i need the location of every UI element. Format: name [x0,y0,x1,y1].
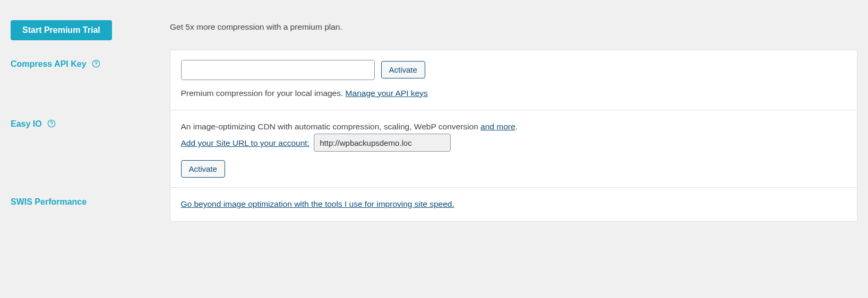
and-more-link[interactable]: and more [480,122,515,131]
swis-performance-label: SWIS Performance [11,197,87,206]
svg-point-1 [96,65,96,66]
start-premium-trial-button[interactable]: Start Premium Trial [11,20,112,40]
add-site-url-link[interactable]: Add your Site URL to your account: [181,138,310,147]
easy-io-label-cell: Easy IO [11,110,170,187]
compress-api-key-content: Activate Premium compression for your lo… [170,50,857,110]
site-url-input[interactable] [314,134,451,152]
swis-performance-link[interactable]: Go beyond image optimization with the to… [181,199,454,208]
premium-trial-text: Get 5x more compression with a premium p… [170,22,342,31]
activate-api-key-button[interactable]: Activate [381,61,425,78]
activate-easy-io-button[interactable]: Activate [181,160,225,178]
compress-api-key-label: Compress API Key [11,59,87,68]
help-icon[interactable] [47,119,56,128]
api-key-input[interactable] [181,60,375,80]
manage-api-keys-link[interactable]: Manage your API keys [346,89,428,98]
easy-io-label: Easy IO [11,119,42,128]
settings-table: Start Premium Trial Get 5x more compress… [11,11,857,222]
swis-performance-content: Go beyond image optimization with the to… [170,188,857,221]
swis-performance-label-cell: SWIS Performance [11,188,170,221]
premium-trial-description: Get 5x more compression with a premium p… [170,11,857,50]
premium-trial-label-cell: Start Premium Trial [11,11,170,50]
easy-io-description-prefix: An image-optimizing CDN with automatic c… [181,122,481,131]
easy-io-description-suffix: . [515,122,518,131]
svg-point-3 [51,125,51,126]
easy-io-content: An image-optimizing CDN with automatic c… [170,110,857,187]
help-icon[interactable] [92,59,100,68]
compress-api-description: Premium compression for your local image… [181,89,346,98]
compress-api-key-label-cell: Compress API Key [11,50,170,110]
